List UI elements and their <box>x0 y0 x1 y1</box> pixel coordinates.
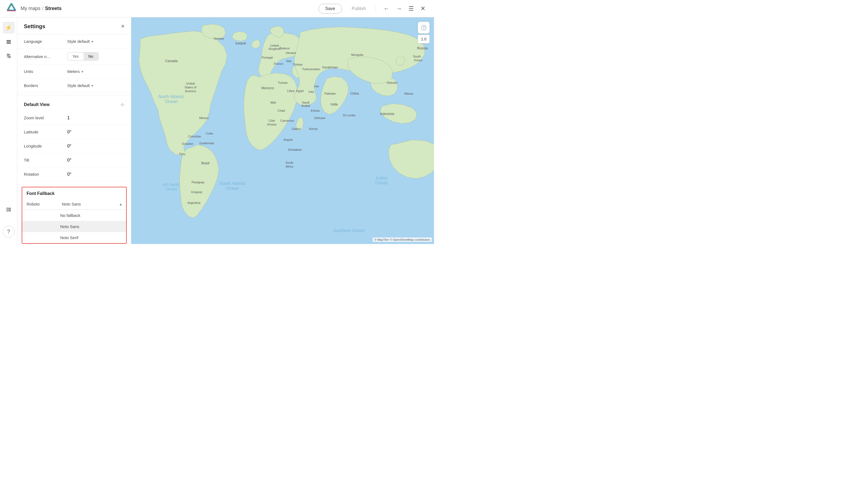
svg-text:South: South <box>286 161 293 164</box>
svg-text:Canada: Canada <box>165 59 178 63</box>
svg-text:Turkmenistan: Turkmenistan <box>302 67 320 71</box>
units-arrow-icon: ▾ <box>82 69 83 74</box>
svg-text:Kazakhstan: Kazakhstan <box>322 66 338 69</box>
svg-text:Sri Lanka: Sri Lanka <box>343 113 355 117</box>
settings-panel: Settings × Language Style default ▾ Alte… <box>18 18 131 244</box>
svg-text:France: France <box>274 62 283 65</box>
svg-text:Mexico: Mexico <box>199 116 209 120</box>
settings-close-button[interactable]: × <box>121 23 124 30</box>
units-value: Meters <box>67 69 80 74</box>
publish-button[interactable]: Publish <box>345 4 372 13</box>
lightning-icon-button[interactable]: ⚡ <box>3 22 14 34</box>
zoom-label: Zoom level <box>24 116 67 120</box>
svg-text:Macao: Macao <box>404 92 413 95</box>
font-select[interactable]: Noto Sans ▴ <box>62 201 122 206</box>
svg-text:Kenya: Kenya <box>309 127 318 130</box>
svg-text:Saudi: Saudi <box>302 101 310 104</box>
zoom-level-display: 1.0 <box>418 35 430 43</box>
borders-label: Borders <box>24 83 67 88</box>
font-option-noto-sans[interactable]: Noto Sans <box>22 221 126 232</box>
svg-text:Italy: Italy <box>286 59 292 63</box>
svg-text:Ecuador: Ecuador <box>182 142 193 145</box>
menu-button[interactable]: ☰ <box>406 4 416 13</box>
puzzle-icon-button[interactable] <box>3 204 14 216</box>
back-button[interactable]: ← <box>381 4 392 13</box>
svg-text:Iceland: Iceland <box>236 41 246 45</box>
altnames-no-button[interactable]: No <box>84 53 98 60</box>
main-content: ⚡ ? Settings × <box>0 18 434 244</box>
map-attribution: © MapTiler © OpenStreetMap contributors <box>373 237 432 242</box>
settings-row-rotation: Rotation 0° <box>18 167 131 182</box>
units-label: Units <box>24 69 67 74</box>
svg-text:Chad: Chad <box>278 109 285 112</box>
font-option-noto-serif[interactable]: Noto Serif <box>22 232 126 243</box>
svg-text:Norway: Norway <box>214 37 224 40</box>
breadcrumb: My maps / Streets <box>21 6 314 11</box>
svg-text:Peru: Peru <box>179 152 185 156</box>
svg-text:Libya: Libya <box>287 89 294 93</box>
close-button[interactable]: ✕ <box>418 4 428 13</box>
svg-text:Mongolia: Mongolia <box>351 53 364 56</box>
svg-text:Arabia: Arabia <box>301 104 310 107</box>
svg-text:Ocean: Ocean <box>375 181 388 185</box>
svg-text:Pakistan: Pakistan <box>324 92 336 95</box>
font-option-no-fallback[interactable]: No fallback <box>22 210 126 221</box>
svg-text:South Atlantic: South Atlantic <box>219 181 246 186</box>
svg-text:Egypt: Egypt <box>296 89 304 93</box>
settings-body: Language Style default ▾ Alternative n..… <box>18 34 131 244</box>
svg-text:United: United <box>270 44 279 47</box>
font-row-roboto: Roboto Noto Sans ▴ <box>22 199 126 209</box>
clock-icon-button[interactable]: 🕐 <box>418 22 430 34</box>
svg-point-9 <box>9 56 10 58</box>
font-roboto-label: Roboto <box>27 202 62 206</box>
settings-row-zoom: Zoom level 1 <box>18 111 131 125</box>
altnames-yes-button[interactable]: Yes <box>67 53 84 60</box>
svg-text:Zimbabwe: Zimbabwe <box>288 148 302 151</box>
section-divider-1 <box>18 95 131 95</box>
help-icon-button[interactable]: ? <box>3 226 14 237</box>
latitude-value: 0° <box>67 130 71 134</box>
map-area[interactable]: Canada United States of America Brazil P… <box>131 18 434 244</box>
settings-row-tilt: Tilt 0° <box>18 153 131 167</box>
svg-text:Tunisia: Tunisia <box>278 81 287 84</box>
font-dropdown: No fallback Noto Sans Noto Serif <box>22 209 126 243</box>
settings-row-language: Language Style default ▾ <box>18 34 131 48</box>
svg-text:South: South <box>413 55 421 58</box>
svg-text:Guatemala: Guatemala <box>199 141 214 145</box>
svg-text:America: America <box>185 90 196 93</box>
breadcrumb-separator: / <box>42 6 43 11</box>
svg-text:Mali: Mali <box>271 101 276 104</box>
settings-row-altnames: Alternative n... Yes No <box>18 48 131 65</box>
svg-text:Cameroon: Cameroon <box>280 119 294 122</box>
svg-text:Ocean: Ocean <box>166 187 177 191</box>
font-fallback-section: Font Fallback Roboto Noto Sans ▴ No fall… <box>22 187 127 244</box>
header-actions: Save Publish ← → ☰ ✕ <box>318 4 428 13</box>
language-label: Language <box>24 39 67 44</box>
svg-point-7 <box>7 54 9 56</box>
language-control: Style default ▾ <box>67 39 124 44</box>
svg-text:North Atlantic: North Atlantic <box>158 94 184 99</box>
svg-text:Türkiye: Türkiye <box>293 63 303 66</box>
svg-text:Ethiopia: Ethiopia <box>314 116 326 120</box>
svg-text:Ocean: Ocean <box>165 99 178 104</box>
units-select[interactable]: Meters ▾ <box>67 69 124 74</box>
borders-control: Style default ▾ <box>67 83 124 88</box>
svg-text:India: India <box>331 102 338 106</box>
save-button[interactable]: Save <box>318 4 342 13</box>
svg-text:Kingdom: Kingdom <box>269 47 280 51</box>
altnames-toggle-group: Yes No <box>67 52 98 61</box>
tilt-value: 0° <box>67 158 71 163</box>
layers-icon-button[interactable] <box>3 36 14 48</box>
svg-text:Cuba: Cuba <box>206 132 213 135</box>
language-select[interactable]: Style default ▾ <box>67 39 124 44</box>
svg-text:Iran: Iran <box>314 85 319 88</box>
longitude-label: Longitude <box>24 144 67 148</box>
borders-select[interactable]: Style default ▾ <box>67 83 124 88</box>
sliders-icon-button[interactable] <box>3 50 14 62</box>
default-view-action-button[interactable]: ⊹ <box>120 102 124 108</box>
breadcrumb-parent[interactable]: My maps <box>21 6 40 11</box>
forward-button[interactable]: → <box>394 4 404 13</box>
latitude-label: Latitude <box>24 130 67 134</box>
header: My maps / Streets Save Publish ← → ☰ ✕ <box>0 0 434 18</box>
svg-text:Southern Ocean: Southern Ocean <box>333 228 365 233</box>
